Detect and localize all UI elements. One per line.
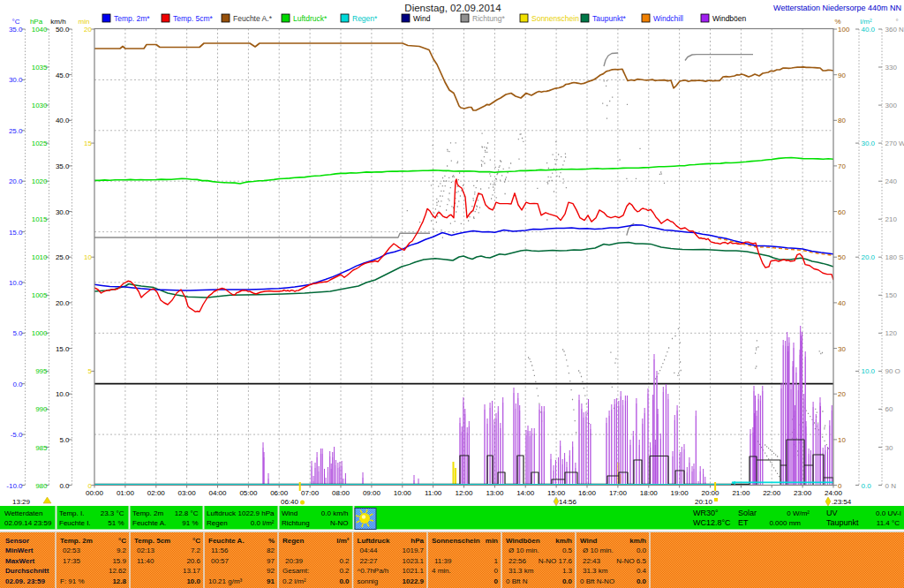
svg-text:-5.0: -5.0 bbox=[11, 431, 23, 439]
svg-text:l/m²: l/m² bbox=[336, 537, 350, 545]
svg-text:Durchschnitt: Durchschnitt bbox=[5, 567, 49, 575]
svg-text:F: 91 %: F: 91 % bbox=[60, 577, 85, 585]
svg-text:N-NO: N-NO bbox=[330, 519, 348, 527]
svg-text:04:00: 04:00 bbox=[208, 489, 227, 497]
svg-text:11:00: 11:00 bbox=[425, 489, 442, 497]
svg-text:16:00: 16:00 bbox=[578, 489, 597, 497]
svg-text:30: 30 bbox=[885, 444, 893, 452]
svg-text:985: 985 bbox=[35, 444, 48, 452]
svg-text:09:00: 09:00 bbox=[363, 489, 381, 497]
svg-text:11.4 °C: 11.4 °C bbox=[877, 519, 900, 527]
svg-text:Taupunkt: Taupunkt bbox=[826, 518, 859, 527]
svg-text:19:00: 19:00 bbox=[671, 489, 689, 497]
svg-text:10.0: 10.0 bbox=[9, 279, 23, 287]
svg-text:90 O: 90 O bbox=[885, 367, 900, 375]
svg-text:7.2: 7.2 bbox=[191, 547, 201, 554]
svg-text:1005: 1005 bbox=[32, 291, 48, 299]
svg-text:0.2: 0.2 bbox=[339, 567, 350, 575]
svg-text:5.0: 5.0 bbox=[12, 329, 23, 337]
svg-text:0.0: 0.0 bbox=[637, 577, 647, 585]
svg-text:0: 0 bbox=[494, 567, 499, 575]
svg-text:4 min.: 4 min. bbox=[432, 567, 451, 575]
svg-text:22:56: 22:56 bbox=[508, 557, 527, 565]
svg-text:50: 50 bbox=[838, 253, 846, 261]
svg-text:Temp. 2m*: Temp. 2m* bbox=[114, 14, 150, 23]
svg-text:1.3: 1.3 bbox=[562, 567, 573, 575]
svg-text:20: 20 bbox=[838, 390, 846, 398]
svg-text:0 W/m²: 0 W/m² bbox=[787, 509, 810, 517]
svg-text:Temp. 5cm*: Temp. 5cm* bbox=[173, 14, 214, 23]
svg-text:°C: °C bbox=[192, 537, 200, 545]
svg-text:1000: 1000 bbox=[32, 329, 48, 337]
svg-text:06:00: 06:00 bbox=[270, 489, 289, 497]
svg-text:30.0: 30.0 bbox=[56, 208, 70, 216]
svg-text:km/h: km/h bbox=[629, 537, 646, 545]
svg-text:50.0: 50.0 bbox=[56, 26, 70, 34]
svg-text:20:00: 20:00 bbox=[701, 489, 719, 497]
svg-text:Windböen: Windböen bbox=[506, 537, 540, 545]
svg-text:5.0: 5.0 bbox=[59, 436, 70, 444]
svg-text:0.0: 0.0 bbox=[862, 482, 872, 490]
svg-text:360 N: 360 N bbox=[885, 26, 904, 34]
svg-text:91: 91 bbox=[267, 577, 275, 585]
svg-text:12.8 °C: 12.8 °C bbox=[175, 509, 199, 517]
svg-text:Luftdruck*: Luftdruck* bbox=[293, 14, 328, 23]
svg-text:0.0: 0.0 bbox=[59, 482, 70, 490]
svg-text:300: 300 bbox=[885, 102, 898, 109]
svg-text:0.000 mm: 0.000 mm bbox=[769, 519, 801, 527]
svg-text:UV: UV bbox=[826, 509, 838, 517]
svg-text:Regen: Regen bbox=[207, 519, 228, 527]
svg-text:°: ° bbox=[895, 18, 898, 26]
svg-text:15.0: 15.0 bbox=[9, 229, 23, 237]
svg-text:17:00: 17:00 bbox=[609, 489, 628, 497]
svg-text:Sonnenschein: Sonnenschein bbox=[432, 537, 480, 545]
svg-text:08:00: 08:00 bbox=[332, 489, 350, 497]
svg-text:10: 10 bbox=[838, 436, 846, 444]
svg-text:120: 120 bbox=[885, 329, 898, 337]
svg-text:05:00: 05:00 bbox=[239, 489, 258, 497]
svg-text:15.0: 15.0 bbox=[56, 345, 70, 353]
svg-text:%: % bbox=[834, 18, 840, 26]
svg-text:01:00: 01:00 bbox=[117, 489, 135, 497]
svg-text:150: 150 bbox=[885, 291, 898, 299]
svg-text:WR: WR bbox=[693, 509, 706, 517]
svg-text:10.0: 10.0 bbox=[186, 577, 200, 585]
svg-text:0.4: 0.4 bbox=[637, 567, 647, 575]
svg-text:Temp. 2m: Temp. 2m bbox=[60, 537, 93, 545]
svg-text:60: 60 bbox=[838, 208, 846, 216]
svg-text:31.3 km: 31.3 km bbox=[583, 567, 608, 575]
svg-text:Feuchte A.: Feuchte A. bbox=[208, 537, 245, 545]
svg-text:40.0: 40.0 bbox=[56, 117, 70, 124]
svg-text:0: 0 bbox=[494, 577, 499, 585]
svg-text:15: 15 bbox=[84, 139, 92, 147]
svg-text:20.0: 20.0 bbox=[56, 299, 70, 307]
svg-text:11:40: 11:40 bbox=[137, 557, 154, 565]
svg-text:1015: 1015 bbox=[32, 215, 48, 223]
svg-text:40: 40 bbox=[838, 299, 846, 307]
svg-text:17:35: 17:35 bbox=[63, 557, 81, 565]
svg-text:11:39: 11:39 bbox=[434, 557, 452, 565]
svg-text:11:56: 11:56 bbox=[211, 547, 229, 554]
svg-text:22:27: 22:27 bbox=[360, 557, 379, 565]
svg-text:20.6: 20.6 bbox=[186, 557, 200, 565]
svg-text:30.0: 30.0 bbox=[9, 76, 23, 84]
svg-text:0 Bft N: 0 Bft N bbox=[506, 577, 528, 585]
svg-text:Feuchte A.*: Feuchte A.* bbox=[233, 14, 273, 23]
svg-text:02.09. 23:59: 02.09. 23:59 bbox=[5, 577, 45, 585]
svg-text:Gesamt:: Gesamt: bbox=[282, 567, 309, 575]
svg-text:0.0: 0.0 bbox=[339, 577, 350, 585]
svg-text:12.8°C: 12.8°C bbox=[706, 518, 731, 527]
svg-text:12.62: 12.62 bbox=[109, 567, 127, 575]
svg-text:990: 990 bbox=[35, 405, 48, 413]
svg-text:1030: 1030 bbox=[32, 102, 48, 109]
svg-text:sonnig: sonnig bbox=[358, 577, 379, 585]
svg-text:12:00: 12:00 bbox=[455, 489, 473, 497]
svg-text:ET: ET bbox=[738, 518, 749, 527]
svg-text:30°: 30° bbox=[706, 509, 719, 517]
svg-text:Temp. I.: Temp. I. bbox=[59, 509, 84, 517]
svg-text:210: 210 bbox=[885, 215, 898, 223]
svg-text:1019.7: 1019.7 bbox=[403, 547, 425, 554]
svg-text:Temp. 5cm: Temp. 5cm bbox=[134, 537, 170, 545]
svg-text:Feuchte I.: Feuchte I. bbox=[59, 519, 91, 527]
svg-text:10.0: 10.0 bbox=[56, 390, 70, 398]
